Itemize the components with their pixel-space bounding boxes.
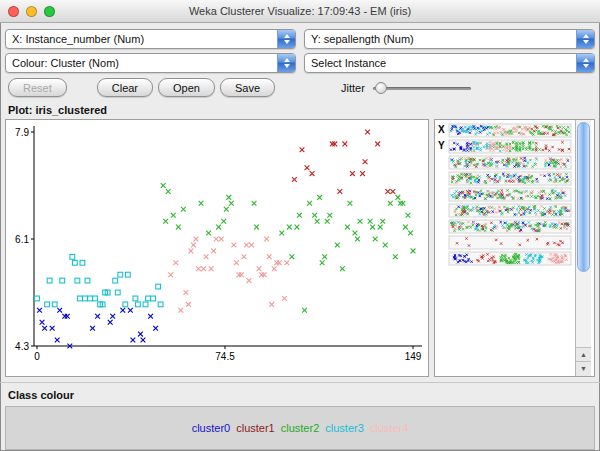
chevron-down-icon	[576, 54, 594, 72]
svg-text:6.1: 6.1	[15, 234, 29, 245]
legend-cluster0[interactable]: cluster0	[192, 422, 231, 434]
window-controls	[8, 6, 55, 17]
scrollbar-thumb[interactable]	[577, 122, 590, 272]
x-attribute-select[interactable]: X: Instance_number (Num)	[5, 29, 296, 49]
open-button[interactable]: Open	[158, 78, 215, 97]
legend-cluster1[interactable]: cluster1	[236, 422, 275, 434]
legend-cluster2[interactable]: cluster2	[281, 422, 320, 434]
scatter-plot-panel[interactable]: 7.96.14.3074.5149	[5, 119, 429, 377]
attribute-strip-panel[interactable]: XY ▲ ▼	[434, 119, 595, 377]
slider-knob[interactable]	[375, 82, 387, 94]
jitter-slider[interactable]	[373, 82, 471, 94]
slider-track	[373, 87, 471, 90]
clear-button[interactable]: Clear	[97, 78, 153, 97]
plot-title: Plot: iris_clustered	[0, 97, 600, 119]
colour-attribute-value: Colour: Cluster (Nom)	[12, 57, 119, 69]
svg-text:74.5: 74.5	[215, 351, 235, 362]
attr-panel-scrollbar[interactable]: ▲ ▼	[575, 120, 591, 376]
jitter-label: Jitter	[341, 82, 365, 94]
y-attribute-value: Y: sepallength (Num)	[311, 33, 414, 45]
select-instance-dropdown[interactable]: Select Instance	[304, 53, 595, 73]
chevron-down-icon	[277, 54, 295, 72]
window-title: Weka Clusterer Visualize: 17:09:43 - EM …	[189, 5, 411, 17]
class-colour-heading: Class colour	[0, 382, 600, 404]
svg-text:149: 149	[405, 351, 422, 362]
save-button[interactable]: Save	[220, 78, 275, 97]
y-attribute-select[interactable]: Y: sepallength (Num)	[304, 29, 595, 49]
svg-text:Y: Y	[438, 140, 445, 151]
svg-text:4.3: 4.3	[15, 341, 29, 352]
svg-text:7.9: 7.9	[15, 127, 29, 138]
svg-text:X: X	[438, 124, 445, 135]
scatter-plot-canvas[interactable]: 7.96.14.3074.5149	[6, 120, 428, 376]
class-colour-legend: cluster0 cluster1 cluster2 cluster3 clus…	[5, 406, 595, 450]
svg-text:0: 0	[34, 351, 40, 362]
reset-button[interactable]: Reset	[8, 78, 67, 97]
close-button[interactable]	[8, 6, 19, 17]
title-bar: Weka Clusterer Visualize: 17:09:43 - EM …	[0, 0, 600, 23]
select-instance-value: Select Instance	[311, 57, 386, 69]
attribute-strips-canvas[interactable]: XY	[435, 120, 575, 376]
legend-cluster4[interactable]: cluster4	[370, 422, 409, 434]
scroll-up-button[interactable]: ▲	[576, 347, 591, 362]
minimize-button[interactable]	[26, 6, 37, 17]
colour-attribute-select[interactable]: Colour: Cluster (Nom)	[5, 53, 296, 73]
scroll-down-button[interactable]: ▼	[576, 361, 591, 376]
zoom-button[interactable]	[44, 6, 55, 17]
chevron-down-icon	[576, 30, 594, 48]
x-attribute-value: X: Instance_number (Num)	[12, 33, 144, 45]
legend-cluster3[interactable]: cluster3	[325, 422, 364, 434]
chevron-down-icon	[277, 30, 295, 48]
